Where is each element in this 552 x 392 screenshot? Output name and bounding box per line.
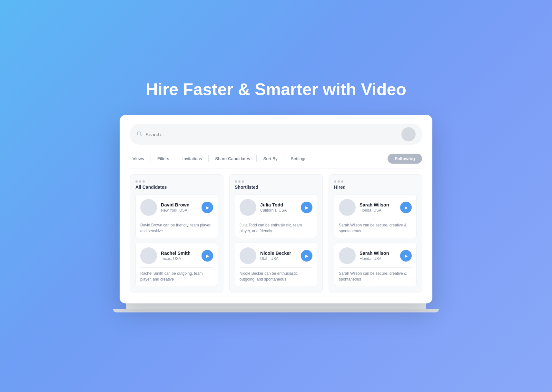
candidate-location: New York, USA	[161, 208, 199, 213]
candidate-name: Rachel Smith	[161, 251, 199, 256]
laptop-base	[120, 302, 432, 312]
candidate-card: Nicole Becker Utah, USA ▶ Nicole Becker …	[235, 243, 317, 286]
dot	[341, 180, 343, 183]
toolbar-share-candidates[interactable]: Share Candidates	[209, 155, 257, 162]
search-icon	[136, 131, 142, 138]
candidate-name: Nicole Becker	[260, 251, 298, 256]
toolbar-views[interactable]: Views	[130, 155, 151, 162]
candidate-header: Sarah Wilson Florida, USA ▶	[339, 199, 412, 216]
candidate-info: Rachel Smith Texas, USA	[161, 251, 199, 261]
candidate-description: Nicole Becker can be enthusiastic, outgo…	[240, 267, 312, 282]
kanban-board: All Candidates David Brown New York, USA…	[130, 174, 422, 293]
candidate-header: Sarah Wilson Florida, USA ▶	[339, 247, 412, 264]
column-title-hired: Hired	[334, 185, 417, 190]
column-title-shortlisted: Shortlisted	[235, 185, 317, 190]
column-shortlisted: Shortlisted Julia Todd California, USA ▶…	[229, 174, 323, 293]
play-button[interactable]: ▶	[400, 250, 412, 262]
candidate-header: Nicole Becker Utah, USA ▶	[240, 247, 312, 264]
dot	[135, 180, 138, 183]
avatar	[240, 247, 256, 264]
candidate-header: David Brown New York, USA ▶	[140, 199, 213, 216]
toolbar-sort-by[interactable]: Sort By	[257, 155, 284, 162]
column-header-all: All Candidates	[135, 180, 218, 190]
play-icon: ▶	[206, 205, 209, 210]
candidate-location: Utah, USA	[260, 256, 298, 261]
candidate-info: Julia Todd California, USA	[260, 202, 298, 213]
play-icon: ▶	[305, 205, 309, 210]
candidate-description: Julia Todd can be enthusiastic, team pla…	[240, 219, 312, 234]
candidate-info: Sarah Wilson Florida, USA	[360, 202, 398, 213]
play-button[interactable]: ▶	[202, 202, 213, 213]
following-button[interactable]: Following	[388, 154, 422, 164]
candidate-info: Nicole Becker Utah, USA	[260, 251, 298, 261]
laptop-foot	[113, 309, 439, 312]
toolbar: Views Filters Invitations Share Candidat…	[130, 151, 422, 168]
svg-line-1	[140, 135, 142, 136]
dot	[235, 180, 237, 183]
candidate-location: Florida, USA	[360, 208, 398, 213]
toolbar-filters[interactable]: Filters	[151, 155, 176, 162]
candidate-name: Sarah Wilson	[360, 251, 398, 256]
candidate-location: Texas, USA	[161, 256, 199, 261]
toolbar-invitations[interactable]: Invitations	[176, 155, 209, 162]
laptop-mockup: Views Filters Invitations Share Candidat…	[120, 115, 432, 312]
avatar	[140, 199, 157, 216]
dot	[334, 180, 336, 183]
column-dots	[235, 180, 317, 183]
column-title-all: All Candidates	[135, 185, 218, 190]
column-header-hired: Hired	[334, 180, 417, 190]
column-dots	[135, 180, 218, 183]
candidate-description: Sarah Wilson can be secure, creative & s…	[339, 219, 412, 234]
play-icon: ▶	[405, 205, 408, 210]
candidate-card: Julia Todd California, USA ▶ Julia Todd …	[235, 194, 317, 238]
candidate-name: Julia Todd	[260, 202, 298, 207]
avatar	[240, 199, 256, 216]
search-input[interactable]	[145, 132, 396, 137]
dot	[143, 180, 145, 183]
avatar	[339, 199, 356, 216]
column-hired: Hired Sarah Wilson Florida, USA ▶ Sarah …	[329, 174, 422, 293]
dot	[338, 180, 340, 183]
play-button[interactable]: ▶	[202, 250, 213, 262]
candidate-card: David Brown New York, USA ▶ David Brown …	[135, 194, 218, 238]
user-avatar	[401, 127, 416, 141]
play-button[interactable]: ▶	[301, 250, 312, 262]
avatar	[339, 247, 356, 264]
toolbar-settings[interactable]: Settings	[284, 155, 313, 162]
play-icon: ▶	[305, 253, 309, 258]
search-bar	[130, 124, 422, 145]
column-dots	[334, 180, 417, 183]
candidate-header: Rachel Smith Texas, USA ▶	[140, 247, 213, 264]
candidate-card: Sarah Wilson Florida, USA ▶ Sarah Wilson…	[334, 194, 417, 238]
dot	[139, 180, 141, 183]
candidate-description: Rachel Smith can be outgoing, team playe…	[140, 267, 213, 282]
laptop-screen: Views Filters Invitations Share Candidat…	[120, 115, 432, 303]
candidate-description: David Brown can be friendly, team player…	[140, 219, 213, 234]
candidate-description: Sarah Wilson can be secure, creative & s…	[339, 267, 412, 282]
play-button[interactable]: ▶	[301, 202, 312, 213]
candidate-card: Rachel Smith Texas, USA ▶ Rachel Smith c…	[135, 243, 218, 286]
candidate-name: David Brown	[161, 202, 199, 207]
play-icon: ▶	[206, 253, 209, 258]
candidate-card: Sarah Wilson Florida, USA ▶ Sarah Wilson…	[334, 243, 417, 286]
dot	[238, 180, 241, 183]
column-all-candidates: All Candidates David Brown New York, USA…	[130, 174, 223, 293]
play-button[interactable]: ▶	[400, 202, 412, 213]
candidate-header: Julia Todd California, USA ▶	[240, 199, 312, 216]
candidate-location: California, USA	[260, 208, 298, 213]
candidate-location: Florida, USA	[360, 256, 398, 261]
column-header-shortlisted: Shortlisted	[235, 180, 317, 190]
candidate-name: Sarah Wilson	[360, 202, 398, 207]
avatar	[140, 247, 157, 264]
candidate-info: David Brown New York, USA	[161, 202, 199, 213]
page-title: Hire Faster & Smarter with Video	[146, 80, 406, 99]
dot	[242, 180, 244, 183]
candidate-info: Sarah Wilson Florida, USA	[360, 251, 398, 261]
play-icon: ▶	[405, 253, 408, 258]
